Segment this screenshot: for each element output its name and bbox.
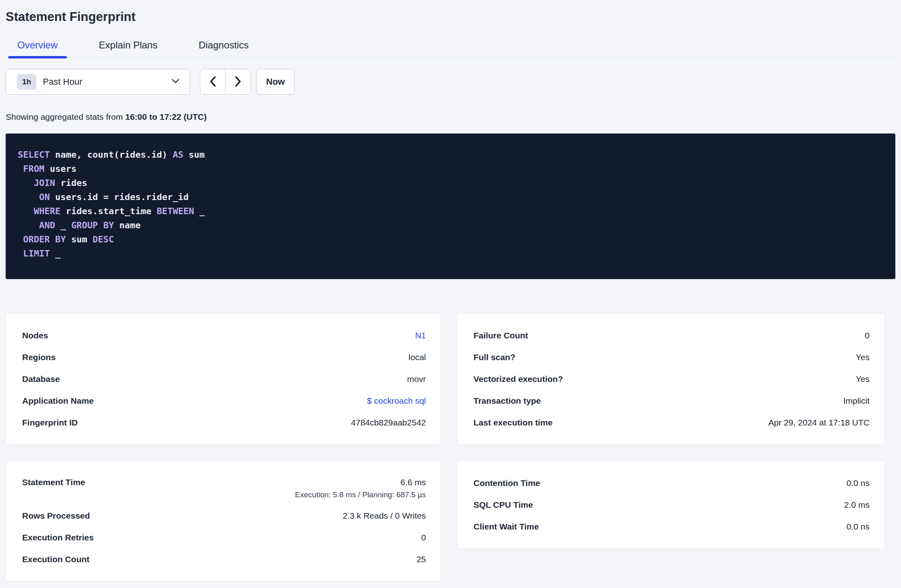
sql-text: [18, 192, 39, 202]
stat-value: 4784cb829aab2542: [351, 418, 426, 427]
tab-explain-plans[interactable]: Explain Plans: [90, 35, 167, 57]
stat-row: Rows Processed2.3 k Reads / 0 Writes: [22, 505, 426, 527]
caption-range: 16:00 to 17:22 (UTC): [125, 112, 207, 121]
stat-label: Regions: [22, 352, 56, 362]
sql-text: sum: [184, 150, 205, 160]
stat-value: local: [409, 352, 426, 362]
sql-text: [18, 220, 39, 230]
sql-text: [18, 206, 34, 216]
stat-row: Last execution timeApr 29, 2024 at 17:18…: [473, 412, 870, 434]
stat-value: Yes: [856, 352, 870, 362]
stat-label: Full scan?: [473, 352, 515, 362]
sql-text: [18, 248, 23, 259]
tab-overview[interactable]: Overview: [8, 35, 67, 57]
stat-label: Statement Time: [22, 477, 85, 487]
stat-label: Execution Count: [22, 555, 90, 564]
stat-value: 0: [421, 533, 426, 542]
sql-line: JOIN rides: [18, 176, 883, 190]
sql-statement-box: SELECT name, count(rides.id) AS sum FROM…: [6, 133, 895, 279]
sql-keyword: WHERE: [34, 206, 60, 216]
time-controls: 1h Past Hour Now: [6, 69, 895, 95]
sql-text: _: [55, 220, 71, 230]
chevron-right-icon: [234, 76, 242, 88]
stat-value: Yes: [856, 374, 870, 384]
chevron-down-icon: [171, 78, 180, 85]
caption-prefix: Showing aggregated stats from: [6, 112, 125, 121]
previous-time-button[interactable]: [200, 69, 225, 94]
stat-label: Client Wait Time: [473, 522, 539, 532]
stat-label: Nodes: [22, 331, 48, 340]
stat-label: SQL CPU Time: [473, 500, 533, 510]
stat-value-link[interactable]: $ cockroach sql: [367, 396, 426, 406]
sql-keyword: AND: [39, 220, 55, 230]
stat-value: Implicit: [843, 396, 870, 406]
stat-label: Vectorized execution?: [473, 374, 563, 384]
time-range-dropdown[interactable]: 1h Past Hour: [6, 69, 190, 95]
stat-value: Apr 29, 2024 at 17:18 UTC: [768, 418, 870, 427]
sql-text: users: [44, 164, 76, 174]
stat-row: SQL CPU Time2.0 ms: [473, 494, 870, 516]
stat-value: 2.3 k Reads / 0 Writes: [343, 511, 426, 521]
sql-keyword: FROM: [23, 164, 44, 174]
stat-row: Statement Time6.6 msExecution: 5.8 ms / …: [22, 472, 426, 505]
stat-row: Vectorized execution?Yes: [473, 368, 870, 390]
stat-label: Fingerprint ID: [22, 418, 78, 427]
stat-row: Execution Retries0: [22, 527, 426, 548]
now-button[interactable]: Now: [257, 69, 294, 95]
sql-text: name: [114, 220, 140, 230]
sql-text: [18, 178, 34, 188]
sql-line: LIMIT _: [18, 246, 883, 261]
sql-keyword: ON: [39, 192, 50, 202]
sql-line: SELECT name, count(rides.id) AS sum: [18, 148, 883, 162]
stat-label: Transaction type: [473, 396, 541, 406]
sql-keyword: GROUP BY: [71, 220, 114, 230]
stat-row: Application Name$ cockroach sql: [22, 390, 426, 412]
stat-row: Full scan?Yes: [473, 346, 870, 368]
stat-value-link[interactable]: N1: [415, 331, 426, 340]
stat-value: 25: [417, 555, 426, 564]
sql-text: rides.start_time: [60, 206, 156, 216]
stat-label: Database: [22, 374, 60, 384]
tab-diagnostics[interactable]: Diagnostics: [189, 35, 258, 57]
wait-time-stats-card: Contention Time0.0 nsSQL CPU Time2.0 msC…: [457, 461, 884, 549]
sql-keyword: SELECT: [18, 150, 50, 160]
time-pager: [200, 69, 251, 95]
stat-value: 0: [865, 331, 870, 340]
stats-cards-row: Statement Time6.6 msExecution: 5.8 ms / …: [6, 461, 895, 582]
stat-value: 0.0 ns: [847, 522, 870, 532]
page: Statement Fingerprint Overview Explain P…: [0, 10, 901, 582]
stat-label: Application Name: [22, 396, 94, 406]
time-range-badge: 1h: [17, 74, 36, 90]
sql-line: ORDER BY sum DESC: [18, 232, 883, 246]
next-time-button[interactable]: [225, 69, 250, 94]
time-range-label: Past Hour: [43, 77, 82, 87]
sql-keyword: DESC: [92, 234, 114, 244]
sql-text: name, count(rides.id): [50, 150, 173, 160]
sql-text: [18, 164, 23, 174]
stat-value: movr: [407, 374, 426, 384]
aggregated-stats-caption: Showing aggregated stats from 16:00 to 1…: [6, 112, 895, 122]
sql-text: rides: [55, 178, 87, 188]
stat-value: 0.0 ns: [847, 478, 870, 488]
sql-keyword: AS: [173, 150, 184, 160]
sql-keyword: ORDER BY: [23, 234, 66, 244]
execution-stats-card: Statement Time6.6 msExecution: 5.8 ms / …: [6, 461, 441, 582]
sql-keyword: JOIN: [34, 178, 55, 188]
sql-text: sum: [66, 234, 92, 244]
sql-line: FROM users: [18, 162, 883, 176]
details-cards-row: NodesN1RegionslocalDatabasemovrApplicati…: [6, 313, 895, 445]
stat-label: Rows Processed: [22, 511, 90, 521]
execution-attributes-card: Failure Count0Full scan?YesVectorized ex…: [457, 313, 884, 445]
stat-label: Contention Time: [473, 478, 540, 488]
stat-label: Failure Count: [473, 331, 528, 340]
stat-row: Contention Time0.0 ns: [473, 472, 870, 494]
sql-text: _: [50, 248, 60, 259]
sql-text: [18, 234, 23, 244]
stat-label: Execution Retries: [22, 533, 94, 542]
stat-row: Databasemovr: [22, 368, 426, 390]
stat-row: Transaction typeImplicit: [473, 390, 870, 412]
stat-value-subtext: Execution: 5.8 ms / Planning: 687.5 µs: [295, 490, 426, 499]
stat-label: Last execution time: [473, 418, 553, 427]
stat-row: Failure Count0: [473, 325, 870, 346]
sql-line: AND _ GROUP BY name: [18, 218, 883, 232]
